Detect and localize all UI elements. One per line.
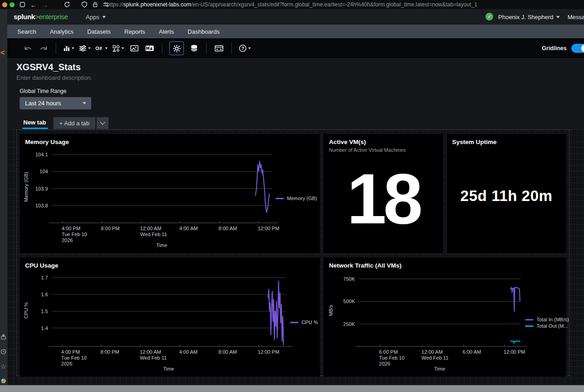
panel-memory-usage[interactable]: Memory Usage 104.1104103.9103.84:00 PMTu… — [20, 134, 320, 253]
screen: ← → https://splunk.phoenixnet-labs.com/e… — [0, 0, 584, 392]
add-image-button[interactable] — [129, 42, 140, 55]
svg-text:Wed Feb 11: Wed Feb 11 — [140, 355, 167, 361]
chevron-down-icon — [83, 102, 86, 104]
splunk-app-window: splunk>enterprise Apps ✓ Phoenix J. Shep… — [7, 9, 584, 385]
panel-title: System Uptime — [452, 139, 497, 145]
svg-text:250K: 250K — [343, 321, 355, 327]
background-window-strip: < ☆ — [0, 9, 7, 385]
nav-item-analytics[interactable]: Analytics — [50, 28, 73, 35]
legend-label: Total In (MB/s) — [537, 317, 569, 322]
redo-button[interactable] — [38, 42, 49, 55]
nav-item-alerts[interactable]: Alerts — [159, 28, 174, 35]
svg-text:1.4: 1.4 — [41, 325, 48, 331]
undo-button[interactable] — [22, 42, 33, 55]
panel-title: Active VM(s) — [329, 139, 366, 145]
messages-menu[interactable]: Messages — [568, 14, 584, 21]
history-clock-icon[interactable] — [0, 348, 6, 356]
svg-text:Wed Feb 11: Wed Feb 11 — [140, 232, 167, 237]
user-status-avatar[interactable]: ✓ — [485, 13, 493, 21]
svg-text:8:00 PM: 8:00 PM — [101, 226, 120, 231]
svg-text:Tue Feb 10: Tue Feb 10 — [62, 232, 87, 237]
add-single-value-button[interactable]: # — [95, 42, 108, 55]
toolbar-divider — [162, 42, 162, 54]
svg-text:1.7: 1.7 — [41, 275, 48, 280]
chevron-down-icon — [100, 119, 105, 124]
apps-menu[interactable]: Apps — [86, 14, 106, 21]
add-tab-button[interactable]: + Add a tab — [53, 117, 95, 129]
toolbar-divider — [56, 42, 56, 54]
svg-text:2026: 2026 — [62, 237, 73, 243]
legend-item[interactable]: CPU % — [290, 320, 318, 325]
gridlines-toggle[interactable] — [571, 44, 584, 53]
svg-text:4:00 AM: 4:00 AM — [179, 349, 198, 355]
legend-label: Memory (GB) — [287, 196, 317, 201]
address-bar[interactable]: https://splunk.phoenixnet-labs.com/en-US… — [0, 1, 584, 8]
nav-item-search[interactable]: Search — [17, 28, 36, 35]
legend-label: Total Out (M... — [537, 323, 568, 329]
dashboard-title[interactable]: XGSRV4_Stats — [16, 62, 81, 72]
legend-swatch — [525, 319, 533, 320]
nav-item-datasets[interactable]: Datasets — [87, 28, 110, 35]
legend-item[interactable]: Total In (MB/s) — [525, 317, 569, 322]
svg-text:104.1: 104.1 — [35, 152, 48, 157]
active-tab-indicator — [22, 128, 48, 129]
svg-text:750K: 750K — [343, 276, 355, 282]
tab-options-button[interactable] — [96, 117, 109, 129]
dashboard-description-placeholder[interactable]: Enter dashboard description. — [16, 74, 92, 81]
svg-text:#: # — [99, 46, 102, 51]
app-nav-bar: Search Analytics Datasets Reports Alerts… — [7, 25, 584, 38]
dashboard-canvas[interactable]: Memory Usage 104.1104103.9103.84:00 PMTu… — [16, 129, 569, 376]
tab-new-tab[interactable]: New tab — [23, 119, 46, 126]
star-icon[interactable]: ☆ — [0, 363, 6, 370]
panel-cpu-usage[interactable]: CPU Usage 1.71.61.51.44:00 PMTue Feb 102… — [20, 258, 320, 377]
memory-usage-chart: 104.1104103.9103.84:00 PMTue Feb 1020268… — [20, 134, 320, 253]
system-uptime-value: 25d 11h 20m — [447, 148, 566, 244]
source-editor-button[interactable] — [214, 42, 224, 55]
svg-text:Wed Feb 11: Wed Feb 11 — [422, 355, 448, 361]
svg-text:6:00 AM: 6:00 AM — [463, 349, 481, 355]
svg-text:?: ? — [241, 46, 244, 51]
svg-text:12:00 PM: 12:00 PM — [258, 349, 279, 355]
help-button[interactable]: ? — [239, 42, 251, 55]
add-input-button[interactable] — [79, 42, 91, 55]
svg-text:6:00 PM: 6:00 PM — [379, 349, 398, 355]
time-range-dropdown[interactable]: Last 24 hours — [20, 97, 91, 109]
toolbar-divider — [231, 42, 232, 54]
svg-text:8:00 PM: 8:00 PM — [100, 349, 119, 355]
svg-text:8:00 AM: 8:00 AM — [219, 226, 237, 231]
panel-active-vms[interactable]: Active VM(s) Number of Active Virtual Ma… — [323, 134, 443, 253]
nav-item-dashboards[interactable]: Dashboards — [188, 28, 219, 35]
svg-text:MB/s: MB/s — [328, 304, 334, 316]
add-shapes-button[interactable] — [112, 42, 124, 55]
panel-network-traffic[interactable]: Network Traffic (All VMs) 750K500K250K6:… — [323, 258, 566, 377]
svg-text:12:00 AM: 12:00 AM — [422, 349, 443, 355]
user-menu[interactable]: Phoenix J. Shepherd — [498, 14, 560, 21]
legend-swatch — [525, 325, 533, 327]
dashboard-editor: XGSRV4_Stats Enter dashboard description… — [7, 59, 584, 386]
add-markdown-button[interactable] — [144, 42, 155, 55]
splunk-header: splunk>enterprise Apps ✓ Phoenix J. Shep… — [7, 9, 584, 25]
svg-text:104: 104 — [40, 169, 48, 174]
svg-text:4:00 PM: 4:00 PM — [62, 226, 80, 231]
settings-gear-button[interactable] — [169, 41, 184, 55]
svg-text:Tue Feb 10: Tue Feb 10 — [379, 355, 405, 361]
panel-system-uptime[interactable]: System Uptime 25d 11h 20m — [447, 134, 566, 253]
legend-item[interactable]: Total Out (M... — [525, 323, 568, 329]
photos-sphere-icon[interactable] — [0, 377, 6, 386]
share-icon[interactable] — [0, 334, 6, 342]
data-sources-button[interactable] — [188, 42, 199, 55]
svg-text:4:00 PM: 4:00 PM — [61, 349, 80, 355]
legend-label: CPU % — [302, 320, 318, 325]
svg-text:500K: 500K — [343, 299, 355, 304]
legend-item[interactable]: Memory (GB) — [276, 196, 317, 201]
collapse-chevron-icon[interactable]: < — [0, 48, 5, 57]
svg-text:Time: Time — [434, 366, 445, 371]
cpu-usage-chart: 1.71.61.51.44:00 PMTue Feb 1020268:00 PM… — [20, 258, 320, 377]
svg-text:12:00 PM: 12:00 PM — [504, 349, 525, 355]
nav-item-reports[interactable]: Reports — [125, 28, 146, 35]
add-chart-button[interactable] — [63, 42, 74, 55]
svg-text:CPU %: CPU % — [23, 302, 29, 319]
legend-swatch — [290, 322, 298, 323]
splunk-logo[interactable]: splunk>enterprise — [14, 13, 68, 21]
chevron-down-icon — [556, 16, 560, 18]
